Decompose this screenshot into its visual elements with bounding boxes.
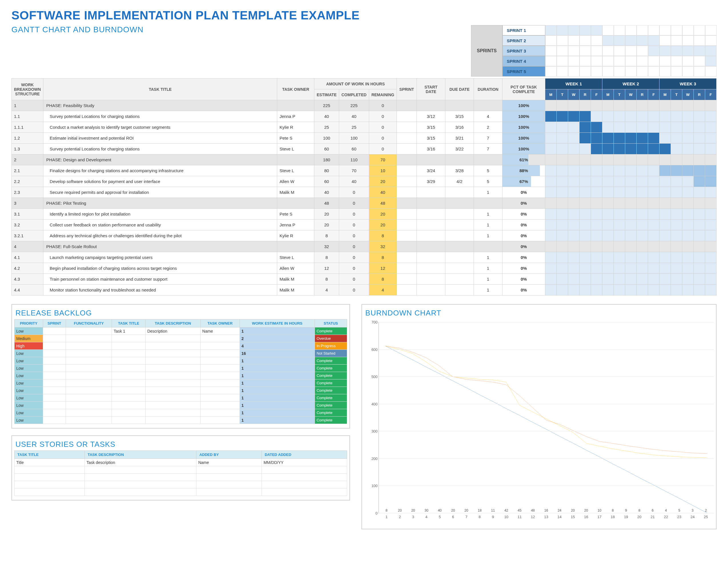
release-backlog-panel: RELEASE BACKLOG PRIORITYSPRINTFUNCTIONAL… (11, 304, 350, 429)
gantt-row: 2.1Finalize designs for charging station… (12, 165, 717, 176)
backlog-row: Low1Complete (15, 417, 347, 424)
backlog-row: Low16Not Started (15, 350, 347, 357)
sprints-label: SPRINTS (471, 25, 502, 77)
gantt-table: WORK BREAKDOWN STRUCTURETASK TITLETASK O… (11, 78, 717, 295)
sprint-name: SPRINT 2 (502, 35, 545, 46)
gantt-row: 2.2Develop software solutions for paymen… (12, 176, 717, 187)
backlog-row: Low1Complete (15, 402, 347, 409)
sprint-header-block: SPRINTS SPRINT 1SPRINT 2SPRINT 3SPRINT 4… (471, 25, 717, 77)
backlog-row: Low1Complete (15, 372, 347, 379)
backlog-row: Low1Complete (15, 409, 347, 417)
sprint-name: SPRINT 1 (502, 25, 545, 35)
backlog-row: Low1Complete (15, 365, 347, 372)
page-title: SOFTWARE IMPLEMENTATION PLAN TEMPLATE EX… (11, 9, 722, 22)
user-story-row (15, 488, 347, 496)
gantt-row: 3.1Identify a limited region for pilot i… (12, 209, 717, 220)
user-stories-title: USER STORIES OR TASKS (15, 440, 347, 449)
backlog-row: LowTask 1DescriptionName1Complete (15, 327, 347, 335)
gantt-row: 3PHASE: Pilot Testing480480% (12, 198, 717, 209)
user-story-row: TitleTask descriptionNameMM/DD/YY (15, 459, 347, 466)
backlog-table: PRIORITYSPRINTFUNCTIONALITYTASK TITLETAS… (14, 319, 347, 424)
burndown-panel: BURNDOWN CHART 8120220330440520620718811… (361, 304, 717, 529)
gantt-row: 4PHASE: Full-Scale Rollout320320% (12, 241, 717, 252)
gantt-row: 3.2.1Address any technical glitches or c… (12, 230, 717, 241)
sprint-name: SPRINT 4 (502, 56, 545, 66)
gantt-row: 1.2Estimate initial investment and poten… (12, 133, 717, 144)
gantt-row: 1.3Survey potential Locations for chargi… (12, 144, 717, 154)
backlog-row: Medium2Overdue (15, 335, 347, 342)
gantt-row: 1PHASE: Feasibility Study2252250100% (12, 100, 717, 111)
sprint-name: SPRINT 3 (502, 46, 545, 56)
backlog-row: Low1Complete (15, 357, 347, 365)
gantt-row: 4.2Begin phased installation of charging… (12, 263, 717, 274)
gantt-row: 1.1.1Conduct a market analysis to identi… (12, 122, 717, 133)
sprint-name: SPRINT 5 (502, 66, 545, 77)
gantt-row: 2PHASE: Design and Development1801107061… (12, 154, 717, 165)
backlog-row: Low1Complete (15, 394, 347, 402)
gantt-row: 4.3Train personnel on station maintenanc… (12, 274, 717, 285)
burndown-chart: 8120220330440520620718811942104511481216… (379, 322, 714, 513)
backlog-row: Low1Complete (15, 379, 347, 387)
backlog-row: High4In Progress (15, 342, 347, 350)
burndown-title: BURNDOWN CHART (365, 309, 714, 317)
user-stories-table: TASK TITLETASK DESCRIPTIONADDED BYDATED … (14, 451, 347, 496)
gantt-row: 4.4Monitor station functionality and tro… (12, 285, 717, 295)
user-stories-panel: USER STORIES OR TASKS TASK TITLETASK DES… (11, 435, 350, 500)
backlog-row: Low1Complete (15, 387, 347, 394)
gantt-row: 1.1Survey potential Locations for chargi… (12, 111, 717, 122)
user-story-row (15, 466, 347, 474)
gantt-section-title: GANTT CHART AND BURNDOWN (11, 25, 144, 34)
gantt-row: 3.2Collect user feedback on station perf… (12, 220, 717, 230)
gantt-row: 4.1Launch marketing campaigns targeting … (12, 252, 717, 263)
user-story-row (15, 481, 347, 488)
gantt-row: 2.3Secure required permits and approval … (12, 187, 717, 198)
backlog-title: RELEASE BACKLOG (15, 309, 347, 317)
user-story-row (15, 474, 347, 481)
